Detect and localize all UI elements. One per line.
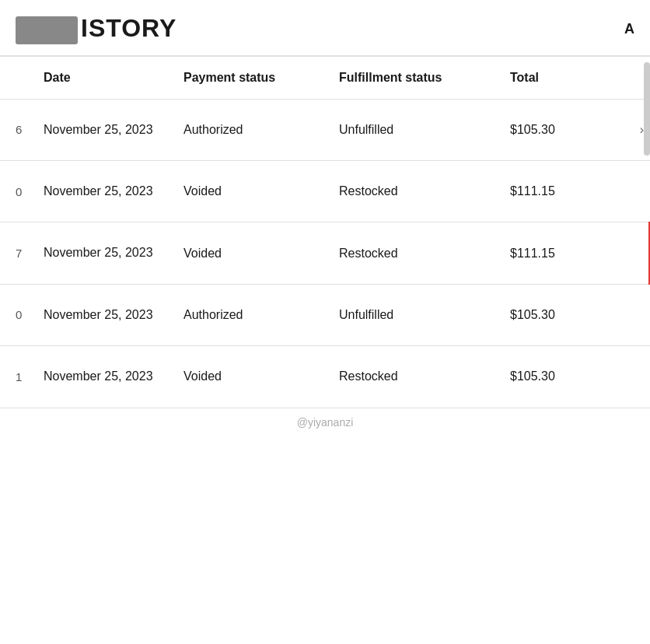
page-wrapper: ISTORY A Date Payment status Fulfillment…	[0, 0, 650, 644]
header-action[interactable]: A	[624, 21, 634, 37]
table-row[interactable]: 1November 25, 2023VoidedRestocked$105.30	[0, 346, 650, 408]
cell-order-id: 0	[0, 160, 31, 222]
cell-date: November 25, 2023	[31, 99, 171, 160]
chevron-right-icon: ›	[640, 123, 644, 136]
col-header-payment: Payment status	[171, 56, 327, 99]
table-header-row: Date Payment status Fulfillment status T…	[0, 56, 650, 99]
cell-payment-status: Authorized	[171, 284, 327, 345]
title-visible: ISTORY	[81, 14, 176, 42]
cell-payment-status: Voided	[171, 160, 327, 222]
cell-order-id: 6	[0, 99, 31, 160]
cell-action[interactable]	[622, 346, 650, 408]
cell-fulfillment-status: Restocked	[327, 160, 498, 222]
cell-order-id: 1	[0, 346, 31, 408]
cell-total: $105.30	[498, 99, 622, 160]
cell-action[interactable]	[622, 284, 650, 345]
cell-fulfillment-status: Restocked	[327, 222, 498, 284]
cell-action[interactable]: ›	[622, 99, 650, 160]
cell-action[interactable]	[622, 160, 650, 222]
table-row[interactable]: 6November 25, 2023AuthorizedUnfulfilled$…	[0, 99, 650, 160]
cell-total: $111.15	[498, 160, 622, 222]
col-header-id	[0, 56, 31, 99]
table-row[interactable]: 0November 25, 2023AuthorizedUnfulfilled$…	[0, 284, 650, 345]
header-area: ISTORY A	[0, 0, 650, 56]
cell-order-id: 0	[0, 284, 31, 345]
cell-total: $105.30	[498, 346, 622, 408]
cell-order-id: 7	[0, 222, 31, 284]
cell-date: November 25, 2023	[31, 284, 171, 345]
cell-payment-status: Authorized	[171, 99, 327, 160]
cell-date: November 25, 2023	[31, 160, 171, 222]
cell-date: November 25, 2023	[31, 346, 171, 408]
cell-fulfillment-status: Unfulfilled	[327, 99, 498, 160]
table-row[interactable]: 0November 25, 2023VoidedRestocked$111.15	[0, 160, 650, 222]
cell-total: $105.30	[498, 284, 622, 345]
cell-payment-status: Voided	[171, 346, 327, 408]
col-header-fulfillment: Fulfillment status	[327, 56, 498, 99]
watermark: @yiyananzi	[0, 408, 650, 441]
order-history-table: Date Payment status Fulfillment status T…	[0, 56, 650, 408]
title-blurred	[16, 16, 78, 44]
cell-fulfillment-status: Restocked	[327, 346, 498, 408]
col-header-total: Total	[498, 56, 622, 99]
col-header-date: Date	[31, 56, 171, 99]
cell-action[interactable]	[622, 222, 650, 284]
table-row[interactable]: 7November 25, 2023VoidedRestocked$111.15	[0, 222, 650, 284]
cell-fulfillment-status: Unfulfilled	[327, 284, 498, 345]
cell-total: $111.15	[498, 222, 622, 284]
cell-date: November 25, 2023	[31, 222, 171, 284]
page-title: ISTORY	[16, 14, 176, 44]
cell-payment-status: Voided	[171, 222, 327, 284]
